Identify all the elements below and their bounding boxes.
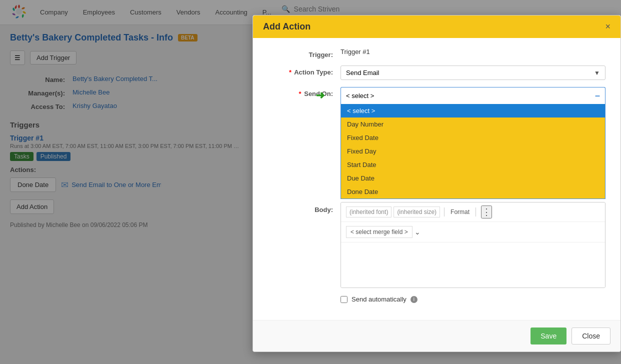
dropdown-item-label: Fixed Date <box>347 134 378 142</box>
body-text-area[interactable] <box>341 242 605 288</box>
save-button[interactable]: Save <box>530 328 566 344</box>
form-row-send-on: ➜ * Send On: < select > – < select > Day… <box>268 87 606 104</box>
dropdown-item-label: < select > <box>347 107 375 114</box>
form-row-action-type: * Action Type: Send Email ▼ <box>268 66 606 80</box>
dropdown-item-label: Fixed Day <box>347 148 376 155</box>
merge-arrow-icon: ⌄ <box>414 228 420 236</box>
modal-title: Add Action <box>263 22 310 32</box>
required-star-2: * <box>299 90 302 98</box>
body-label: Body: <box>268 202 333 214</box>
send-auto-info-icon: i <box>410 296 418 303</box>
required-star: * <box>289 68 292 76</box>
trigger-field: Trigger #1 <box>340 48 606 56</box>
dropdown-item-label: Done Date <box>347 188 378 196</box>
dropdown-item-label: Start Date <box>347 161 376 168</box>
send-auto-label: Send automatically <box>352 296 406 303</box>
toolbar-separator-2 <box>476 208 476 216</box>
dropdown-item-day-number[interactable]: Day Number <box>341 118 605 131</box>
form-row-body: Body: (inherited font) (inherited size) … <box>268 202 606 303</box>
body-toolbar: (inherited font) (inherited size) Format… <box>341 202 605 222</box>
dropdown-item-label: Day Number <box>347 120 384 128</box>
send-on-select[interactable]: < select > – <box>340 87 606 104</box>
send-on-value: < select > <box>346 92 374 100</box>
send-auto-checkbox[interactable] <box>340 296 348 303</box>
format-button[interactable]: Format <box>448 208 472 216</box>
dropdown-item-start-date[interactable]: Start Date <box>341 158 605 172</box>
action-type-select[interactable]: Send Email ▼ <box>340 66 606 80</box>
modal-close-button[interactable]: × <box>605 22 610 32</box>
size-select[interactable]: (inherited size) <box>394 206 440 218</box>
dropdown-item-due-date[interactable]: Due Date <box>341 172 605 185</box>
merge-field-row: < select merge field > ⌄ <box>341 222 605 242</box>
dropdown-item-fixed-day[interactable]: Fixed Day <box>341 144 605 158</box>
modal-footer: Save Close <box>253 320 620 352</box>
dropdown-item-done-date[interactable]: Done Date <box>341 185 605 198</box>
toolbar-separator <box>444 208 444 216</box>
body-field: (inherited font) (inherited size) Format… <box>340 202 606 303</box>
more-options-button[interactable]: ⋮ <box>481 206 492 218</box>
merge-field-select[interactable]: < select merge field > <box>346 226 412 238</box>
action-type-field[interactable]: Send Email ▼ <box>340 66 606 80</box>
send-on-field: < select > – < select > Day Number Fixed… <box>340 87 606 104</box>
dropdown-item-fixed-date[interactable]: Fixed Date <box>341 131 605 144</box>
add-action-modal: Add Action × Trigger: Trigger #1 * Actio… <box>252 15 621 352</box>
body-editor: (inherited font) (inherited size) Format… <box>340 202 606 288</box>
action-type-value: Send Email <box>346 69 379 76</box>
trigger-value: Trigger #1 <box>340 46 370 58</box>
form-row-trigger: Trigger: Trigger #1 <box>268 48 606 58</box>
green-arrow-indicator: ➜ <box>316 89 324 102</box>
font-select[interactable]: (inherited font) <box>346 206 392 218</box>
action-type-label: * Action Type: <box>268 66 333 76</box>
dropdown-arrow-icon: ▼ <box>594 70 600 76</box>
trigger-field-label: Trigger: <box>268 48 333 58</box>
modal-header: Add Action × <box>253 16 620 38</box>
dropdown-item-select[interactable]: < select > <box>341 104 605 118</box>
collapse-icon: – <box>595 90 600 101</box>
modal-body: Trigger: Trigger #1 * Action Type: Send … <box>253 38 620 320</box>
send-on-dropdown: < select > Day Number Fixed Date Fixed D… <box>340 104 606 199</box>
send-auto-row: Send automatically i <box>340 296 606 303</box>
close-button[interactable]: Close <box>572 328 610 344</box>
dropdown-item-label: Due Date <box>347 174 374 182</box>
